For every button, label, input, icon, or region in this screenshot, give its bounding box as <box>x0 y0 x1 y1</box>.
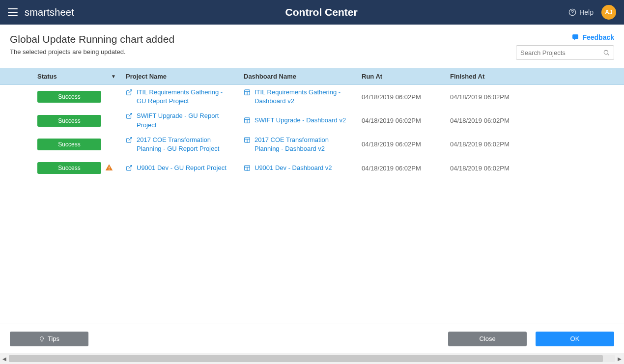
menu-icon[interactable] <box>8 8 18 16</box>
external-link-icon <box>126 137 133 143</box>
subheader: Global Update Running chart added The se… <box>0 25 624 68</box>
tips-button[interactable]: Tips <box>10 332 88 346</box>
svg-line-4 <box>129 90 132 93</box>
table-row: SuccessSWIFT Upgrade - GU Report Project… <box>0 109 624 132</box>
finished-at: 04/18/2019 06:02PM <box>445 93 534 101</box>
finished-at: 04/18/2019 06:02PM <box>445 140 534 148</box>
svg-point-1 <box>572 14 573 14</box>
footer: Tips Close OK <box>0 324 624 353</box>
table-row: SuccessITIL Requirements Gathering - GU … <box>0 85 624 109</box>
warning-icon <box>105 164 113 171</box>
svg-rect-17 <box>109 169 109 169</box>
svg-point-2 <box>604 50 608 54</box>
tips-label: Tips <box>48 335 59 342</box>
scroll-left-icon[interactable]: ◀ <box>0 354 9 363</box>
dashboard-icon <box>244 117 251 124</box>
lightbulb-icon <box>39 336 45 342</box>
help-icon <box>568 8 576 16</box>
app-title: Control Center <box>74 6 568 18</box>
help-link[interactable]: Help <box>568 8 594 16</box>
close-button[interactable]: Close <box>448 332 527 346</box>
run-at: 04/18/2019 06:02PM <box>357 165 445 172</box>
dashboard-link[interactable]: SWIFT Upgrade - Dashboard v2 <box>255 116 346 125</box>
finished-at: 04/18/2019 06:02PM <box>445 165 534 172</box>
ok-button[interactable]: OK <box>536 332 614 346</box>
scroll-thumb[interactable] <box>9 355 603 362</box>
page-subtitle: The selected projects are being updated. <box>10 48 174 56</box>
col-header-status[interactable]: Status ▼ <box>32 73 121 80</box>
external-link-icon <box>126 89 133 96</box>
status-badge: Success <box>37 139 101 150</box>
table-header: Status ▼ Project Name Dashboard Name Run… <box>0 68 624 85</box>
project-link[interactable]: U9001 Dev - GU Report Project <box>137 164 227 172</box>
col-header-finished-at[interactable]: Finished At <box>445 73 534 80</box>
feedback-icon <box>571 33 579 41</box>
horizontal-scrollbar[interactable]: ◀ ▶ <box>0 353 624 364</box>
scroll-track[interactable] <box>9 355 615 362</box>
feedback-label: Feedback <box>582 33 614 41</box>
dashboard-icon <box>244 89 251 96</box>
svg-line-18 <box>129 166 132 168</box>
svg-line-12 <box>129 138 132 140</box>
project-link[interactable]: SWIFT Upgrade - GU Report Project <box>137 112 234 129</box>
user-avatar[interactable]: AJ <box>601 5 616 20</box>
page-title: Global Update Running chart added <box>10 33 174 45</box>
table-row: SuccessU9001 Dev - GU Report ProjectU900… <box>0 156 624 180</box>
external-link-icon <box>126 165 133 171</box>
brand-logo: smartsheet <box>25 7 74 18</box>
project-link[interactable]: 2017 COE Transformation Planning - GU Re… <box>137 136 234 153</box>
navbar: smartsheet Control Center Help AJ <box>0 0 624 25</box>
col-header-dashboard[interactable]: Dashboard Name <box>239 73 357 80</box>
table-row: Success2017 COE Transformation Planning … <box>0 133 624 156</box>
dashboard-icon <box>244 165 251 171</box>
search-input[interactable] <box>520 49 603 56</box>
status-badge: Success <box>37 115 101 127</box>
svg-line-8 <box>129 113 132 116</box>
col-header-status-label: Status <box>37 73 57 80</box>
run-at: 04/18/2019 06:02PM <box>357 93 445 101</box>
project-link[interactable]: ITIL Requirements Gathering - GU Report … <box>137 88 234 106</box>
search-icon <box>603 49 610 56</box>
svg-line-3 <box>608 54 609 56</box>
help-label: Help <box>579 8 594 16</box>
status-badge: Success <box>37 91 101 103</box>
dashboard-link[interactable]: U9001 Dev - Dashboard v2 <box>255 164 332 172</box>
col-header-run-at[interactable]: Run At <box>357 73 445 80</box>
svg-rect-16 <box>109 167 109 168</box>
results-table: Status ▼ Project Name Dashboard Name Run… <box>0 68 624 180</box>
run-at: 04/18/2019 06:02PM <box>357 117 445 124</box>
external-link-icon <box>126 112 133 119</box>
dashboard-icon <box>244 137 251 143</box>
dashboard-link[interactable]: ITIL Requirements Gathering - Dashboard … <box>255 88 352 106</box>
col-header-project[interactable]: Project Name <box>121 73 239 80</box>
status-badge: Success <box>37 162 101 174</box>
scroll-right-icon[interactable]: ▶ <box>615 354 624 363</box>
run-at: 04/18/2019 06:02PM <box>357 140 445 148</box>
finished-at: 04/18/2019 06:02PM <box>445 117 534 124</box>
dashboard-link[interactable]: 2017 COE Transformation Planning - Dashb… <box>255 136 352 153</box>
feedback-link[interactable]: Feedback <box>571 33 614 41</box>
sort-desc-icon: ▼ <box>111 74 116 79</box>
search-box[interactable] <box>516 45 614 60</box>
